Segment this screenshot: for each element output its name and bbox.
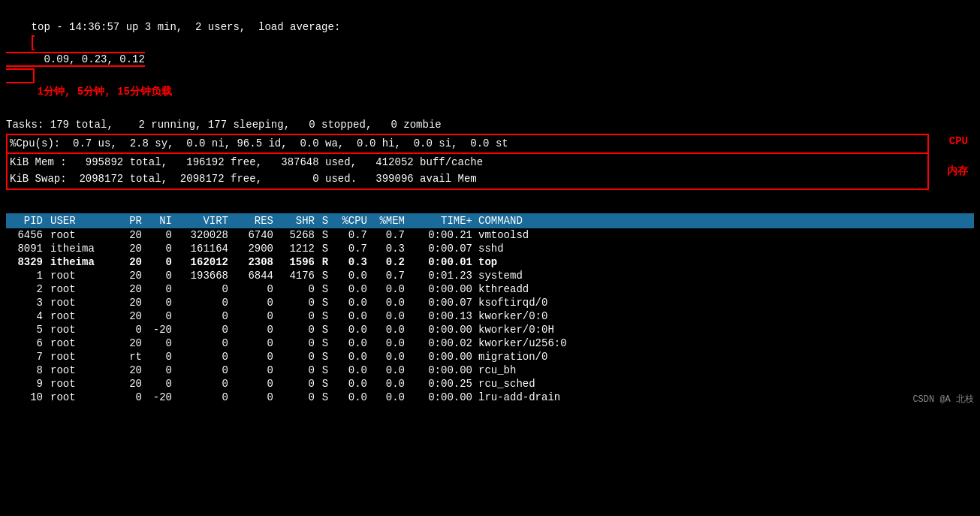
process-table: PID USER PR NI VIRT RES SHR S %CPU %MEM … <box>6 213 974 404</box>
cell-time: 0:00.21 <box>408 229 475 241</box>
table-row: 8 root 20 0 0 0 0 S 0.0 0.0 0:00.00 rcu_… <box>6 364 974 377</box>
cell-s: S <box>318 297 333 309</box>
empty-line <box>6 190 974 207</box>
cell-res: 6740 <box>231 229 276 241</box>
cell-cmd: kworker/0:0H <box>475 324 974 336</box>
table-row: 2 root 20 0 0 0 0 S 0.0 0.0 0:00.00 kthr… <box>6 282 974 296</box>
cell-time: 0:00.07 <box>408 243 475 255</box>
cell-cpu: 0.0 <box>333 283 370 295</box>
cell-mem: 0.0 <box>370 337 408 349</box>
cell-shr: 5268 <box>276 229 318 241</box>
watermark: CSDN @A 北枝 <box>912 393 974 406</box>
cell-ni: 0 <box>145 256 175 268</box>
mem-line1-text: KiB Mem : 995892 total, 196192 free, 387… <box>10 155 483 171</box>
cell-shr: 4176 <box>276 270 318 282</box>
tasks-text: Tasks: 179 total, 2 running, 177 sleepin… <box>6 117 442 134</box>
cell-s: S <box>318 243 333 255</box>
cell-cmd: lru-add-drain <box>475 391 974 403</box>
cell-user: root <box>47 364 115 376</box>
cell-res: 0 <box>231 297 276 309</box>
cell-cpu: 0.7 <box>333 229 370 241</box>
cell-shr: 0 <box>276 324 318 336</box>
cell-pr: 20 <box>115 256 145 268</box>
mem-annotation: 内存 <box>947 164 968 178</box>
cell-virt: 0 <box>175 337 231 349</box>
cell-mem: 0.0 <box>370 324 408 336</box>
cell-ni: 0 <box>145 310 175 322</box>
table-header-row: PID USER PR NI VIRT RES SHR S %CPU %MEM … <box>6 213 974 228</box>
cell-cpu: 0.0 <box>333 324 370 336</box>
cell-ni: 0 <box>145 351 175 363</box>
cell-cpu: 0.0 <box>333 378 370 390</box>
cell-cmd: vmtoolsd <box>475 229 974 241</box>
cell-pid: 6 <box>6 337 47 349</box>
cell-user: itheima <box>47 256 115 268</box>
cell-pid: 3 <box>6 297 47 309</box>
cell-ni: 0 <box>145 270 175 282</box>
cell-res: 0 <box>231 351 276 363</box>
load-avg-boxed: 0.09, 0.23, 0.12 <box>6 35 145 83</box>
cell-virt: 320028 <box>175 229 231 241</box>
cell-ni: 0 <box>145 229 175 241</box>
cell-pr: 20 <box>115 297 145 309</box>
col-header-cmd: COMMAND <box>475 215 974 227</box>
mem-lines: KiB Mem : 995892 total, 196192 free, 387… <box>6 152 929 189</box>
cell-mem: 0.7 <box>370 270 408 282</box>
cell-res: 0 <box>231 378 276 390</box>
cell-user: itheima <box>47 243 115 255</box>
cell-virt: 0 <box>175 324 231 336</box>
cell-pid: 7 <box>6 351 47 363</box>
cell-pr: 20 <box>115 337 145 349</box>
cell-mem: 0.7 <box>370 229 408 241</box>
cell-shr: 0 <box>276 297 318 309</box>
cell-cmd: rcu_bh <box>475 364 974 376</box>
cell-mem: 0.0 <box>370 297 408 309</box>
col-header-user: USER <box>47 215 115 227</box>
cell-cmd: top <box>475 256 974 268</box>
cell-pid: 8 <box>6 364 47 376</box>
cell-mem: 0.0 <box>370 351 408 363</box>
cell-ni: 0 <box>145 283 175 295</box>
cell-pid: 2 <box>6 283 47 295</box>
cell-pid: 5 <box>6 324 47 336</box>
cpu-annotation: CPU <box>949 135 968 147</box>
col-header-virt: VIRT <box>175 215 231 227</box>
table-row: 3 root 20 0 0 0 0 S 0.0 0.0 0:00.07 ksof… <box>6 296 974 309</box>
cell-cmd: ksoftirqd/0 <box>475 297 974 309</box>
table-row: 1 root 20 0 193668 6844 4176 S 0.0 0.7 0… <box>6 269 974 282</box>
header-prefix: top - 14:36:57 up 3 min, 2 users, load a… <box>32 21 347 33</box>
mem-section: KiB Mem : 995892 total, 196192 free, 387… <box>6 152 929 189</box>
cpu-text: %Cpu(s): 0.7 us, 2.8 sy, 0.0 ni, 96.5 id… <box>10 136 508 152</box>
cell-mem: 0.0 <box>370 310 408 322</box>
cell-cmd: kworker/u256:0 <box>475 337 974 349</box>
cell-cpu: 0.0 <box>333 337 370 349</box>
cell-user: root <box>47 283 115 295</box>
cell-virt: 0 <box>175 378 231 390</box>
col-header-ni: NI <box>145 215 175 227</box>
cell-time: 0:00.00 <box>408 391 475 403</box>
cell-mem: 0.0 <box>370 364 408 376</box>
cell-pr: 20 <box>115 243 145 255</box>
load-avg-value: 0.09, 0.23, 0.12 <box>44 53 144 65</box>
col-header-time: TIME+ <box>408 215 475 227</box>
cell-res: 0 <box>231 283 276 295</box>
col-header-pr: PR <box>115 215 145 227</box>
load-annotation: 1分钟, 5分钟, 15分钟负载 <box>38 86 172 98</box>
cell-ni: 0 <box>145 337 175 349</box>
cell-time: 0:00.02 <box>408 337 475 349</box>
cell-res: 0 <box>231 391 276 403</box>
col-header-cpu: %CPU <box>333 215 370 227</box>
cell-pr: 20 <box>115 270 145 282</box>
cell-time: 0:00.00 <box>408 351 475 363</box>
cell-virt: 0 <box>175 351 231 363</box>
cell-shr: 0 <box>276 391 318 403</box>
cell-shr: 1212 <box>276 243 318 255</box>
cell-s: S <box>318 378 333 390</box>
cell-res: 0 <box>231 364 276 376</box>
cell-pid: 6456 <box>6 229 47 241</box>
cell-virt: 193668 <box>175 270 231 282</box>
table-row: 10 root 0 -20 0 0 0 S 0.0 0.0 0:00.00 lr… <box>6 391 974 404</box>
cell-user: root <box>47 310 115 322</box>
cell-shr: 0 <box>276 310 318 322</box>
cell-cmd: kthreadd <box>475 283 974 295</box>
